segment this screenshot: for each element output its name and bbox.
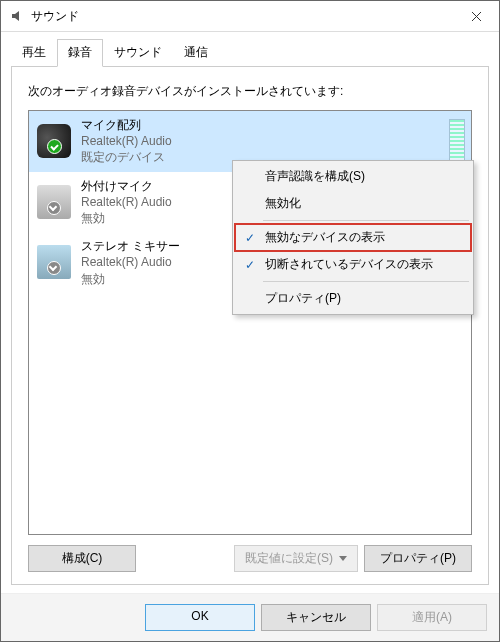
device-state: 無効 — [81, 210, 172, 226]
apply-button[interactable]: 適用(A) — [377, 604, 487, 631]
menu-separator — [263, 220, 469, 221]
device-text: マイク配列 Realtek(R) Audio 既定のデバイス — [81, 117, 172, 166]
menu-item-label: 切断されているデバイスの表示 — [265, 256, 433, 273]
menu-disable[interactable]: 無効化 — [235, 190, 471, 217]
properties-button[interactable]: プロパティ(P) — [364, 545, 472, 572]
tab-sounds[interactable]: サウンド — [103, 39, 173, 67]
device-icon-external-mic — [37, 185, 71, 219]
device-name: ステレオ ミキサー — [81, 238, 180, 254]
menu-item-label: 無効化 — [265, 195, 301, 212]
check-icon: ✓ — [241, 231, 259, 245]
check-icon: ✓ — [241, 258, 259, 272]
device-name: マイク配列 — [81, 117, 172, 133]
menu-item-label: 音声認識を構成(S) — [265, 168, 365, 185]
recording-panel: 次のオーディオ録音デバイスがインストールされています: マイク配列 Realte… — [11, 66, 489, 585]
tab-recording[interactable]: 録音 — [57, 39, 103, 67]
panel-button-row: 構成(C) 既定値に設定(S) プロパティ(P) — [28, 545, 472, 572]
sound-icon — [9, 8, 25, 24]
menu-properties[interactable]: プロパティ(P) — [235, 285, 471, 312]
device-text: ステレオ ミキサー Realtek(R) Audio 無効 — [81, 238, 180, 287]
tab-playback[interactable]: 再生 — [11, 39, 57, 67]
set-default-button[interactable]: 既定値に設定(S) — [234, 545, 358, 572]
default-badge-icon — [47, 139, 62, 154]
cancel-button[interactable]: キャンセル — [261, 604, 371, 631]
title-bar: サウンド — [1, 1, 499, 32]
device-provider: Realtek(R) Audio — [81, 254, 180, 270]
window-title: サウンド — [31, 8, 454, 25]
menu-separator — [263, 281, 469, 282]
panel-instruction: 次のオーディオ録音デバイスがインストールされています: — [28, 83, 472, 100]
menu-configure-speech[interactable]: 音声認識を構成(S) — [235, 163, 471, 190]
disabled-badge-icon — [47, 201, 61, 215]
menu-item-label: プロパティ(P) — [265, 290, 341, 307]
tab-communications[interactable]: 通信 — [173, 39, 219, 67]
menu-show-disabled-devices[interactable]: ✓ 無効なデバイスの表示 — [235, 224, 471, 251]
menu-item-label: 無効なデバイスの表示 — [265, 229, 385, 246]
device-provider: Realtek(R) Audio — [81, 133, 172, 149]
device-icon-stereo-mixer — [37, 245, 71, 279]
device-state: 既定のデバイス — [81, 149, 172, 165]
level-meter-icon — [449, 119, 465, 164]
device-icon-mic-array — [37, 124, 71, 158]
ok-button[interactable]: OK — [145, 604, 255, 631]
dialog-footer: OK キャンセル 適用(A) — [1, 593, 499, 641]
close-button[interactable] — [454, 2, 499, 31]
context-menu: 音声認識を構成(S) 無効化 ✓ 無効なデバイスの表示 ✓ 切断されているデバイ… — [232, 160, 474, 315]
device-text: 外付けマイク Realtek(R) Audio 無効 — [81, 178, 172, 227]
sound-dialog: サウンド 再生 録音 サウンド 通信 次のオーディオ録音デバイスがインストールさ… — [0, 0, 500, 642]
device-state: 無効 — [81, 271, 180, 287]
configure-button[interactable]: 構成(C) — [28, 545, 136, 572]
tab-strip: 再生 録音 サウンド 通信 — [1, 32, 499, 66]
device-name: 外付けマイク — [81, 178, 172, 194]
menu-show-disconnected-devices[interactable]: ✓ 切断されているデバイスの表示 — [235, 251, 471, 278]
device-provider: Realtek(R) Audio — [81, 194, 172, 210]
disabled-badge-icon — [47, 261, 61, 275]
